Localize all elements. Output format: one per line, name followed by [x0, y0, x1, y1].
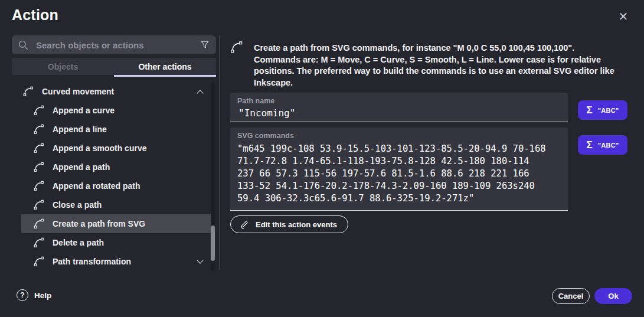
bezier-curve-icon: [33, 180, 45, 192]
panel-divider: [219, 35, 220, 270]
bezier-curve-icon: [230, 40, 244, 54]
bezier-curve-icon: [33, 256, 45, 267]
svg-commands-label: SVG commands: [237, 132, 294, 140]
tab-other-actions[interactable]: Other actions: [114, 58, 216, 75]
list-item-create-a-path-from-svg[interactable]: Create a path from SVG: [21, 214, 211, 233]
list-item-curved-movement[interactable]: Curved movement: [21, 82, 211, 101]
bezier-curve-icon: [33, 199, 45, 211]
action-dialog: Action ✕ Objects Other actions Curved mo…: [0, 0, 644, 317]
list-item-label: Curved movement: [42, 87, 114, 96]
search-icon: [18, 40, 29, 51]
bezier-curve-icon: [33, 218, 45, 230]
tab-objects[interactable]: Objects: [12, 58, 114, 75]
cancel-button[interactable]: Cancel: [552, 288, 590, 304]
sigma-icon: Σ: [587, 104, 593, 116]
edit-action-events-label: Edit this action events: [256, 220, 337, 229]
search-input[interactable]: [35, 40, 200, 51]
filter-icon[interactable]: [200, 40, 210, 50]
list-item-append-a-curve[interactable]: Append a curve: [21, 101, 211, 120]
expression-button-label: "ABC": [598, 142, 619, 149]
svg-commands-expression-button[interactable]: Σ "ABC": [578, 135, 627, 155]
list-item-label: Append a smooth curve: [53, 143, 146, 153]
ok-button[interactable]: Ok: [594, 288, 632, 304]
bezier-curve-icon: [33, 161, 45, 173]
search-box: [12, 35, 216, 54]
list-item-delete-a-path[interactable]: Delete a path: [21, 233, 211, 252]
action-list: Curved movement Append a curve Append a …: [21, 82, 211, 271]
bezier-curve-icon: [22, 86, 34, 97]
list-item-append-a-rotated-path[interactable]: Append a rotated path: [21, 177, 211, 195]
chevron-down-icon: [197, 259, 203, 265]
list-item-append-a-path[interactable]: Append a path: [21, 158, 211, 177]
scrollbar-track[interactable]: [211, 82, 215, 271]
list-item-label: Append a curve: [53, 106, 115, 115]
edit-action-events-button[interactable]: Edit this action events: [230, 215, 348, 233]
svg-commands-input[interactable]: "m645 199c-108 53.9-15.5-103-101-123-85.…: [237, 143, 561, 205]
chevron-up-icon: [197, 89, 203, 95]
list-item-path-transformation[interactable]: Path transformation: [21, 252, 211, 271]
bezier-curve-icon: [33, 237, 45, 249]
bezier-curve-icon: [33, 142, 45, 154]
sigma-icon: Σ: [587, 139, 593, 151]
dialog-title: Action: [12, 6, 58, 24]
list-item-append-a-smooth-curve[interactable]: Append a smooth curve: [21, 139, 211, 158]
list-item-label: Close a path: [53, 200, 102, 210]
path-name-field: Path name: [230, 93, 568, 122]
list-item-close-a-path[interactable]: Close a path: [21, 195, 211, 214]
help-link[interactable]: ? Help: [17, 289, 51, 301]
action-description: Create a path from SVG commands, for ins…: [254, 43, 616, 89]
bezier-curve-icon: [33, 123, 45, 135]
path-name-input[interactable]: [237, 107, 556, 119]
list-item-label: Create a path from SVG: [53, 219, 145, 228]
help-icon: ?: [17, 289, 28, 301]
list-item-label: Append a line: [53, 125, 107, 134]
list-item-label: Append a rotated path: [53, 181, 140, 191]
tab-bar: Objects Other actions: [12, 58, 216, 75]
bezier-curve-icon: [33, 104, 45, 116]
path-name-expression-button[interactable]: Σ "ABC": [578, 100, 627, 120]
svg-commands-field: SVG commands "m645 199c-108 53.9-15.5-10…: [230, 128, 568, 211]
list-item-append-a-line[interactable]: Append a line: [21, 120, 211, 139]
list-item-label: Delete a path: [53, 238, 104, 247]
path-name-label: Path name: [237, 97, 274, 105]
list-item-label: Path transformation: [53, 257, 131, 266]
pencil-icon: [239, 219, 250, 230]
scrollbar-thumb[interactable]: [211, 226, 215, 261]
close-icon[interactable]: ✕: [614, 7, 633, 26]
list-item-label: Append a path: [53, 162, 110, 172]
expression-button-label: "ABC": [598, 107, 619, 114]
help-label: Help: [34, 291, 51, 300]
